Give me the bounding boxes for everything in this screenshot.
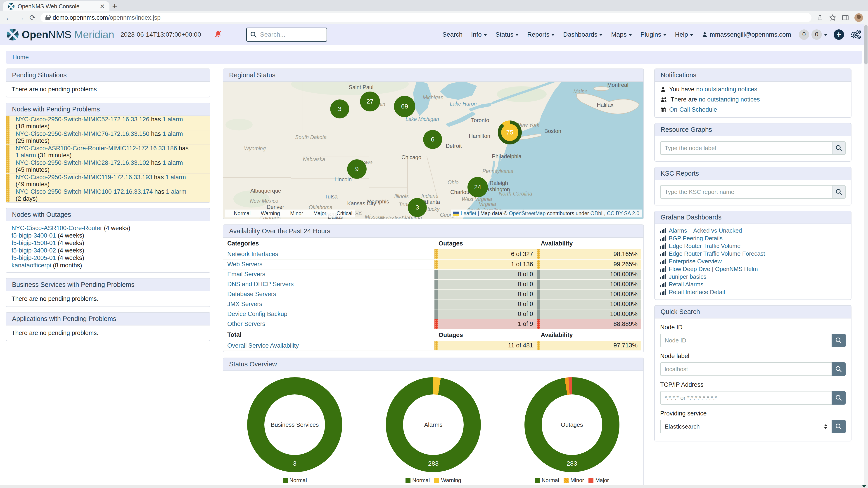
ksc-reports-search-button[interactable] [832,185,846,199]
user-notices-link[interactable]: no outstanding notices [696,86,757,93]
grafana-dashboard-link[interactable]: Juniper basics [669,273,706,280]
grafana-dashboard-link[interactable]: Edge Router Traffic Volume [669,242,740,249]
notice-badge-all[interactable]: 0 [811,29,822,40]
alarm-link[interactable]: 1 alarm [16,152,36,159]
osm-link[interactable]: OpenStreetMap [509,210,546,216]
ccbysa-link[interactable]: CC BY-SA 2.0 [607,210,639,216]
oncall-schedule-link[interactable]: On-Call Schedule [669,106,717,113]
leaflet-link[interactable]: Leaflet [461,210,476,216]
map-cluster-marker[interactable]: 6 [423,130,442,149]
reload-button[interactable]: ⟳ [29,13,35,22]
navbar-menu-item[interactable]: Plugins [641,31,666,38]
notice-badges[interactable]: 0 0 [799,29,827,40]
providing-service-select[interactable]: Elasticsearch [660,420,832,433]
navbar-menu-item[interactable]: Reports [527,31,555,38]
notices-muted-icon[interactable] [214,30,222,39]
node-link[interactable]: f5-bigip-1500-01 [11,239,56,247]
category-link[interactable]: Other Servers [227,321,265,327]
navbar-menu-item[interactable]: Status [496,31,519,38]
breadcrumb-home-link[interactable]: Home [12,54,29,61]
new-tab-button[interactable]: + [110,1,120,11]
map-cluster-marker[interactable]: 27 [360,92,380,111]
grafana-dashboard-link[interactable]: BGP Peering Details [669,235,722,241]
node-link[interactable]: NYC-Cisco-ASR100-Core-Router [11,225,102,231]
quick-add-button[interactable]: + [834,29,844,40]
resource-graphs-search-button[interactable] [832,141,846,155]
total-availability-cell: 97.713% [537,341,641,351]
alarm-link[interactable]: 1 alarm [166,188,186,195]
map-cluster-marker[interactable]: 69 [394,96,415,117]
alarm-link[interactable]: 1 alarm [165,174,186,181]
navbar-menu-item[interactable]: Help [675,31,693,38]
navbar-menu-item[interactable]: Dashboards [563,31,602,38]
node-link[interactable]: kanataofficerpi [11,262,51,269]
all-notices-link[interactable]: no outstanding notices [699,96,760,103]
category-link[interactable]: Web Servers [227,261,262,268]
node-link[interactable]: f5-bigip-3400-01 [11,232,56,239]
back-button[interactable]: ← [5,13,12,22]
user-menu[interactable]: mmassengill@opennms.com [702,31,791,38]
category-link[interactable]: Database Servers [227,291,276,297]
global-search-input[interactable] [260,31,323,38]
map-cluster-marker[interactable]: 75 [498,121,522,144]
browser-tab[interactable]: OpenNMS Web Console ✕ [3,1,110,11]
node-link[interactable]: NYC-Cisco-2950-Switch-MIMIC76-172.16.33.… [16,130,149,137]
grafana-dashboard-link[interactable]: Flow Deep Dive | OpenNMS Helm [669,266,758,272]
forward-button[interactable]: → [17,13,24,22]
category-link[interactable]: Email Servers [227,271,265,278]
opennms-logo-icon[interactable] [7,29,19,40]
node-id-search-button[interactable] [832,334,846,347]
grafana-dashboard-link[interactable]: Retail Alarms [669,281,703,288]
grafana-dashboard-link[interactable]: Retail Interface Detail [669,289,725,295]
leaflet-map[interactable]: Saint Paul Wisconsin Michigan Lake Huron… [223,82,644,219]
admin-gear-icon[interactable] [849,29,861,40]
alarm-link[interactable]: 1 alarm [163,130,183,137]
share-icon[interactable] [816,14,824,21]
node-label-input[interactable] [660,362,832,376]
category-link[interactable]: JMX Servers [227,301,262,307]
alarm-link[interactable]: 1 alarm [163,116,183,123]
map-attribution: Leaflet | Map data © OpenStreetMap contr… [451,209,642,218]
tcpip-input[interactable] [660,391,832,404]
navbar-menu-item[interactable]: Info [471,31,487,38]
global-search-box[interactable] [246,28,327,41]
category-link[interactable]: Network Interfaces [227,251,278,257]
sidebar-icon[interactable] [842,14,849,21]
grafana-dashboard-link[interactable]: Alarms – Acked vs Unacked [669,227,742,234]
resource-graphs-input[interactable] [660,141,832,155]
alarm-link[interactable]: 1 alarm [163,159,183,166]
node-link[interactable]: f5-bigip-2005-01 [11,255,56,261]
navbar-menu-item[interactable]: Maps [611,31,632,38]
grafana-dashboard-link[interactable]: Edge Router Traffic Volume Forecast [669,250,765,257]
browser-avatar[interactable] [855,13,863,22]
node-label-search-button[interactable] [832,362,846,376]
map-cluster-marker[interactable]: 24 [467,177,488,197]
page-scrollbar[interactable] [864,24,868,485]
url-field[interactable]: demo.opennms.com/opennms/index.jsp [40,13,811,22]
scrollbar-thumb[interactable] [864,25,868,64]
bookmark-star-icon[interactable] [829,14,836,21]
notice-badge-user[interactable]: 0 [799,29,809,40]
node-link[interactable]: NYC-Cisco-ASR100-Core-Router-MIMIC112-17… [16,145,177,152]
providing-service-search-button[interactable] [832,420,846,433]
node-link[interactable]: NYC-Cisco-2950-Switch-MIMIC100-172.16.33… [16,188,153,195]
node-link[interactable]: f5-bigip-3400-02 [11,247,56,254]
category-link[interactable]: DNS and DHCP Servers [227,281,294,288]
node-link[interactable]: NYC-Cisco-2950-Switch-MIMIC119-172.16.33… [16,174,152,181]
navbar-menu-item[interactable]: Search [442,31,463,38]
ksc-reports-input[interactable] [660,185,832,199]
tab-close-icon[interactable]: ✕ [100,3,105,10]
map-cluster-marker[interactable]: 9 [347,159,367,179]
node-link[interactable]: NYC-Cisco-2950-Switch-MIMIC28-172.16.33.… [16,159,149,166]
overall-availability-link[interactable]: Overall Service Availability [227,342,299,349]
scroll-corner-arrow-icon[interactable] [862,485,866,488]
category-link[interactable]: Device Config Backup [227,311,287,317]
search-icon [835,366,842,372]
node-id-input[interactable] [660,334,832,347]
node-link[interactable]: NYC-Cisco-2950-Switch-MIMIC52-172.16.33.… [16,116,149,123]
map-cluster-marker[interactable]: 3 [330,99,349,119]
map-cluster-marker[interactable]: 3 [408,198,427,217]
grafana-dashboard-link[interactable]: Enterprise Overview [669,258,722,265]
odbl-link[interactable]: ODbL [590,210,604,216]
tcpip-search-button[interactable] [832,391,846,404]
